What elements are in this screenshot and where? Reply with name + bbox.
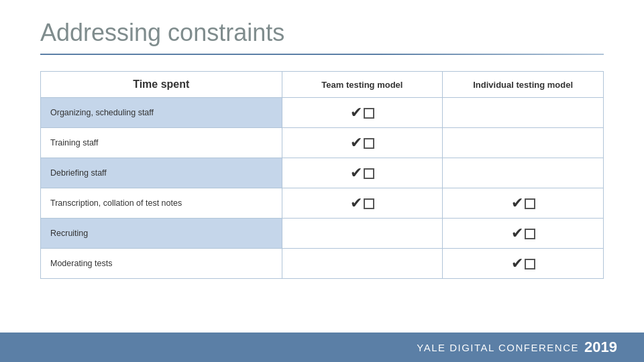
row-team-check: ✔ — [282, 188, 443, 219]
checkbox-icon — [525, 198, 535, 209]
row-team-check: ✔ — [282, 158, 443, 188]
row-label: Organizing, scheduling staff — [41, 98, 282, 128]
checkmark-icon: ✔ — [350, 164, 362, 181]
checkmark-icon: ✔ — [350, 134, 362, 151]
row-team-check — [282, 249, 443, 279]
row-individual-check: ✔ — [443, 249, 604, 279]
footer-conference: YALE DIGITAL CONFERENCE — [417, 342, 579, 353]
checkbox-icon — [364, 138, 374, 149]
table-row: Moderating tests✔ — [41, 249, 604, 279]
row-label: Moderating tests — [41, 249, 282, 279]
checkbox-icon — [364, 198, 374, 209]
checkbox-icon — [525, 259, 535, 269]
checkbox-icon — [364, 168, 374, 179]
row-individual-check — [443, 128, 604, 158]
footer-bar: YALE DIGITAL CONFERENCE 2019 — [0, 333, 644, 362]
row-label: Debriefing staff — [41, 158, 282, 188]
checkbox-icon — [364, 108, 374, 119]
col-header-time: Time spent — [41, 72, 282, 98]
title-divider — [40, 54, 604, 55]
page-title: Addressing constraints — [0, 0, 644, 54]
col-header-individual: Individual testing model — [443, 72, 604, 98]
table-row: Training staff✔ — [41, 128, 604, 158]
row-label: Transcription, collation of test notes — [41, 188, 282, 219]
checkmark-icon: ✔ — [350, 104, 362, 121]
checkmark-icon: ✔ — [511, 255, 523, 272]
row-team-check: ✔ — [282, 98, 443, 128]
checkbox-icon — [525, 229, 535, 239]
col-header-team: Team testing model — [282, 72, 443, 98]
row-individual-check: ✔ — [443, 188, 604, 219]
table-row: Organizing, scheduling staff✔ — [41, 98, 604, 128]
table-row: Recruiting✔ — [41, 219, 604, 249]
checkmark-icon: ✔ — [350, 194, 362, 211]
checkmark-icon: ✔ — [511, 225, 523, 241]
table-row: Debriefing staff✔ — [41, 158, 604, 188]
row-label: Recruiting — [41, 219, 282, 249]
table-row: Transcription, collation of test notes✔✔ — [41, 188, 604, 219]
row-team-check — [282, 219, 443, 249]
row-individual-check — [443, 98, 604, 128]
row-individual-check: ✔ — [443, 219, 604, 249]
row-team-check: ✔ — [282, 128, 443, 158]
row-label: Training staff — [41, 128, 282, 158]
constraints-table: Time spent Team testing model Individual… — [40, 71, 604, 279]
main-table-container: Time spent Team testing model Individual… — [40, 71, 604, 279]
row-individual-check — [443, 158, 604, 188]
checkmark-icon: ✔ — [511, 194, 523, 211]
footer-year: 2019 — [584, 339, 617, 356]
